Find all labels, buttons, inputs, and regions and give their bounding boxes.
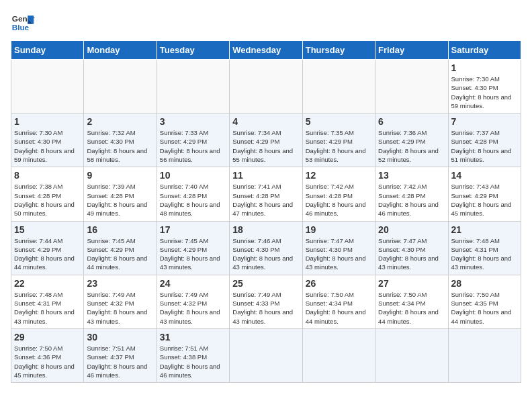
calendar-cell: 26 Sunrise: 7:50 AM Sunset: 4:34 PM Dayl…	[302, 275, 375, 328]
day-info: Sunrise: 7:33 AM Sunset: 4:29 PM Dayligh…	[160, 128, 226, 164]
day-info: Sunrise: 7:51 AM Sunset: 4:37 PM Dayligh…	[87, 344, 153, 379]
calendar-cell: 22 Sunrise: 7:48 AM Sunset: 4:31 PM Dayl…	[11, 275, 84, 328]
calendar-week-2: 1 Sunrise: 7:30 AM Sunset: 4:30 PM Dayli…	[11, 113, 521, 167]
calendar-cell	[448, 328, 521, 382]
day-number: 22	[14, 278, 81, 289]
day-info: Sunrise: 7:42 AM Sunset: 4:28 PM Dayligh…	[306, 182, 372, 218]
calendar-cell: 2 Sunrise: 7:32 AM Sunset: 4:30 PM Dayli…	[84, 113, 157, 167]
day-info: Sunrise: 7:50 AM Sunset: 4:34 PM Dayligh…	[378, 290, 445, 326]
day-number: 12	[306, 170, 372, 181]
page-header: General Blue	[11, 11, 521, 35]
calendar-cell: 6 Sunrise: 7:36 AM Sunset: 4:29 PM Dayli…	[375, 113, 448, 167]
day-number: 18	[232, 224, 299, 235]
calendar-cell: 31 Sunrise: 7:51 AM Sunset: 4:38 PM Dayl…	[157, 328, 229, 382]
calendar-cell: 9 Sunrise: 7:39 AM Sunset: 4:28 PM Dayli…	[84, 167, 157, 221]
day-info: Sunrise: 7:48 AM Sunset: 4:31 PM Dayligh…	[14, 290, 81, 326]
calendar-cell: 15 Sunrise: 7:44 AM Sunset: 4:29 PM Dayl…	[11, 221, 84, 275]
col-header-friday: Friday	[375, 41, 448, 60]
calendar-cell: 1 Sunrise: 7:30 AM Sunset: 4:30 PM Dayli…	[11, 113, 84, 167]
day-number: 3	[160, 116, 226, 127]
day-info: Sunrise: 7:44 AM Sunset: 4:29 PM Dayligh…	[14, 236, 81, 272]
day-number: 24	[160, 278, 226, 289]
day-info: Sunrise: 7:35 AM Sunset: 4:29 PM Dayligh…	[306, 128, 372, 164]
calendar-cell: 19 Sunrise: 7:47 AM Sunset: 4:30 PM Dayl…	[302, 221, 375, 275]
calendar-week-6: 29 Sunrise: 7:50 AM Sunset: 4:36 PM Dayl…	[11, 328, 521, 382]
day-info: Sunrise: 7:40 AM Sunset: 4:28 PM Dayligh…	[160, 182, 226, 218]
calendar-cell: 20 Sunrise: 7:47 AM Sunset: 4:30 PM Dayl…	[375, 221, 448, 275]
calendar-cell	[375, 60, 448, 113]
calendar-week-5: 22 Sunrise: 7:48 AM Sunset: 4:31 PM Dayl…	[11, 275, 521, 328]
calendar-cell: 16 Sunrise: 7:45 AM Sunset: 4:29 PM Dayl…	[84, 221, 157, 275]
calendar-cell: 27 Sunrise: 7:50 AM Sunset: 4:34 PM Dayl…	[375, 275, 448, 328]
day-info: Sunrise: 7:47 AM Sunset: 4:30 PM Dayligh…	[378, 236, 445, 272]
calendar-cell: 25 Sunrise: 7:49 AM Sunset: 4:33 PM Dayl…	[230, 275, 302, 328]
day-number: 20	[378, 224, 445, 235]
day-number: 19	[306, 224, 372, 235]
day-number: 11	[232, 170, 299, 181]
day-info: Sunrise: 7:43 AM Sunset: 4:29 PM Dayligh…	[451, 182, 518, 218]
calendar-cell: 8 Sunrise: 7:38 AM Sunset: 4:28 PM Dayli…	[11, 167, 84, 221]
col-header-wednesday: Wednesday	[230, 41, 302, 60]
col-header-saturday: Saturday	[448, 41, 521, 60]
day-info: Sunrise: 7:37 AM Sunset: 4:28 PM Dayligh…	[451, 128, 518, 164]
day-number: 5	[306, 116, 372, 127]
calendar-cell: 29 Sunrise: 7:50 AM Sunset: 4:36 PM Dayl…	[11, 328, 84, 382]
calendar-cell	[230, 60, 302, 113]
calendar-cell	[11, 60, 84, 113]
day-number: 31	[160, 332, 226, 342]
calendar-table: SundayMondayTuesdayWednesdayThursdayFrid…	[11, 40, 521, 383]
day-info: Sunrise: 7:49 AM Sunset: 4:33 PM Dayligh…	[232, 290, 299, 326]
day-number: 27	[378, 278, 445, 289]
day-info: Sunrise: 7:50 AM Sunset: 4:35 PM Dayligh…	[451, 290, 518, 326]
day-number: 17	[160, 224, 226, 235]
day-number: 1	[14, 116, 81, 127]
calendar-cell: 11 Sunrise: 7:41 AM Sunset: 4:28 PM Dayl…	[230, 167, 302, 221]
day-info: Sunrise: 7:30 AM Sunset: 4:30 PM Dayligh…	[14, 128, 81, 164]
day-info: Sunrise: 7:47 AM Sunset: 4:30 PM Dayligh…	[306, 236, 372, 272]
calendar-cell: 4 Sunrise: 7:34 AM Sunset: 4:29 PM Dayli…	[230, 113, 302, 167]
calendar-cell	[157, 60, 229, 113]
calendar-cell: 7 Sunrise: 7:37 AM Sunset: 4:28 PM Dayli…	[448, 113, 521, 167]
day-number: 1	[451, 62, 518, 73]
logo: General Blue	[11, 11, 35, 35]
day-info: Sunrise: 7:49 AM Sunset: 4:32 PM Dayligh…	[87, 290, 153, 326]
day-number: 10	[160, 170, 226, 181]
day-number: 6	[378, 116, 445, 127]
day-number: 23	[87, 278, 153, 289]
calendar-week-1: 1 Sunrise: 7:30 AM Sunset: 4:30 PM Dayli…	[11, 60, 521, 113]
day-info: Sunrise: 7:48 AM Sunset: 4:31 PM Dayligh…	[451, 236, 518, 272]
day-info: Sunrise: 7:38 AM Sunset: 4:28 PM Dayligh…	[14, 182, 81, 218]
calendar-cell: 23 Sunrise: 7:49 AM Sunset: 4:32 PM Dayl…	[84, 275, 157, 328]
day-number: 7	[451, 116, 518, 127]
day-number: 8	[14, 170, 81, 181]
calendar-cell: 24 Sunrise: 7:49 AM Sunset: 4:32 PM Dayl…	[157, 275, 229, 328]
day-number: 29	[14, 332, 81, 342]
logo-icon: General Blue	[11, 11, 35, 35]
calendar-cell: 28 Sunrise: 7:50 AM Sunset: 4:35 PM Dayl…	[448, 275, 521, 328]
col-header-monday: Monday	[84, 41, 157, 60]
calendar-cell: 17 Sunrise: 7:45 AM Sunset: 4:29 PM Dayl…	[157, 221, 229, 275]
calendar-cell	[302, 328, 375, 382]
calendar-cell: 13 Sunrise: 7:42 AM Sunset: 4:28 PM Dayl…	[375, 167, 448, 221]
calendar-cell	[375, 328, 448, 382]
day-info: Sunrise: 7:51 AM Sunset: 4:38 PM Dayligh…	[160, 344, 226, 379]
day-info: Sunrise: 7:46 AM Sunset: 4:30 PM Dayligh…	[232, 236, 299, 272]
day-number: 2	[87, 116, 153, 127]
calendar-cell: 10 Sunrise: 7:40 AM Sunset: 4:28 PM Dayl…	[157, 167, 229, 221]
day-info: Sunrise: 7:39 AM Sunset: 4:28 PM Dayligh…	[87, 182, 153, 218]
day-info: Sunrise: 7:41 AM Sunset: 4:28 PM Dayligh…	[232, 182, 299, 218]
day-number: 25	[232, 278, 299, 289]
day-number: 26	[306, 278, 372, 289]
calendar-cell: 21 Sunrise: 7:48 AM Sunset: 4:31 PM Dayl…	[448, 221, 521, 275]
day-number: 15	[14, 224, 81, 235]
col-header-sunday: Sunday	[11, 41, 84, 60]
calendar-cell	[230, 328, 302, 382]
col-header-tuesday: Tuesday	[157, 41, 229, 60]
day-info: Sunrise: 7:45 AM Sunset: 4:29 PM Dayligh…	[87, 236, 153, 272]
day-info: Sunrise: 7:45 AM Sunset: 4:29 PM Dayligh…	[160, 236, 226, 272]
day-number: 4	[232, 116, 299, 127]
calendar-week-3: 8 Sunrise: 7:38 AM Sunset: 4:28 PM Dayli…	[11, 167, 521, 221]
day-number: 28	[451, 278, 518, 289]
day-info: Sunrise: 7:32 AM Sunset: 4:30 PM Dayligh…	[87, 128, 153, 164]
calendar-cell: 12 Sunrise: 7:42 AM Sunset: 4:28 PM Dayl…	[302, 167, 375, 221]
